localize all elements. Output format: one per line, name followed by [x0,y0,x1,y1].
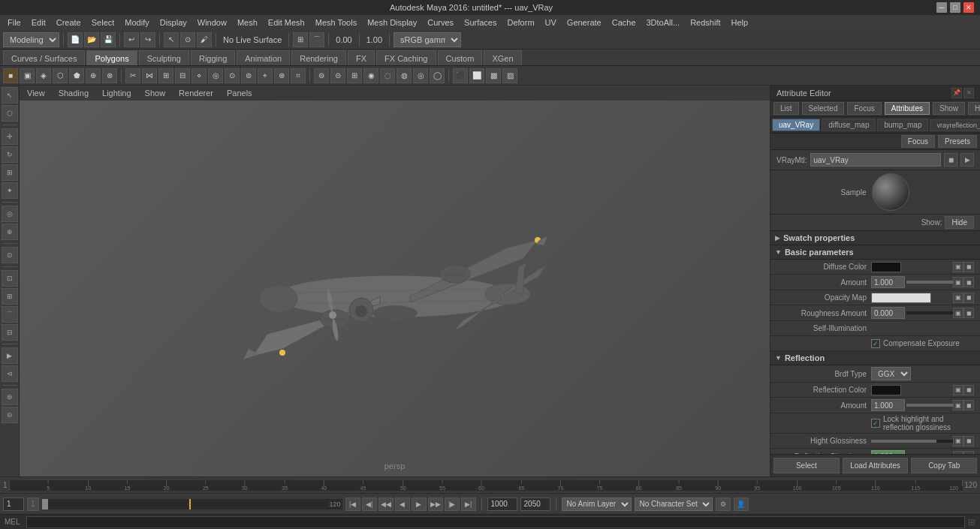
reflection-amount-extra[interactable]: ◼ [963,400,974,410]
poly-tool-6[interactable]: ⊕ [86,68,101,83]
menu-window[interactable]: Window [193,17,231,29]
menu-create[interactable]: Create [52,17,86,29]
tab-custom[interactable]: Custom [438,50,483,65]
poly-tool-23[interactable]: ◌ [380,68,395,83]
menu-deform[interactable]: Deform [502,17,538,29]
menu-display[interactable]: Display [155,17,191,29]
select-tool[interactable]: ↖ [164,32,179,47]
poly-tool-20[interactable]: ⊝ [330,68,345,83]
mat-tab-gloss[interactable]: vrayreflection_glossiness [930,119,980,131]
copy-tab-btn[interactable]: Copy Tab [911,458,977,473]
snap-grid[interactable]: ⊞ [293,32,308,47]
current-frame-input[interactable] [3,497,24,511]
poly-tool-26[interactable]: ◯ [430,68,445,83]
material-name-btn-2[interactable]: ▶ [960,153,974,167]
paint-tool[interactable]: 🖌 [197,32,212,47]
vp-menu-panels[interactable]: Panels [224,89,255,98]
poly-tool-13[interactable]: ◎ [208,68,223,83]
lock-highlight-checkbox[interactable] [871,419,880,428]
height-gloss-map[interactable]: ▣ [953,436,963,446]
diffuse-color-extra-btn[interactable]: ◼ [963,262,974,272]
attr-tab-list[interactable]: List [773,102,799,115]
rotate-tool-btn[interactable]: ↻ [2,146,18,163]
tab-animation[interactable]: Animation [237,50,290,65]
attr-close-button[interactable]: ✕ [963,88,974,98]
menu-uv[interactable]: UV [541,17,561,29]
poly-tool-24[interactable]: ◍ [397,68,412,83]
sculpt-tool[interactable]: ⊕ [2,224,18,240]
menu-cache[interactable]: Cache [608,17,641,29]
go-start-btn[interactable]: |◀ [345,497,360,511]
poly-tool-14[interactable]: ⊙ [225,68,240,83]
poly-tool-2[interactable]: ▣ [20,68,35,83]
amount-map-btn[interactable]: ▣ [953,277,963,287]
section-basic[interactable]: ▼ Basic parameters [770,245,980,260]
hide-button[interactable]: Hide [945,216,974,229]
reflection-color-extra[interactable]: ◼ [963,385,974,395]
diffuse-color-map-btn[interactable]: ▣ [953,262,963,272]
opacity-color-swatch[interactable] [871,293,931,303]
menu-generate[interactable]: Generate [562,17,606,29]
menu-select[interactable]: Select [87,17,119,29]
menu-3dto[interactable]: 3DtoAll... [642,17,685,29]
menu-redshift[interactable]: Redshift [686,17,725,29]
snap-view[interactable]: ⊟ [2,324,18,341]
menu-modify[interactable]: Modify [120,17,153,29]
poly-tool-30[interactable]: ▨ [502,68,517,83]
attr-tab-attributes[interactable]: Attributes [885,102,930,115]
new-button[interactable]: 📄 [68,32,83,47]
attr-tab-selected[interactable]: Selected [802,102,845,115]
snap-curve[interactable]: ⌒ [309,32,324,47]
lasso-tool[interactable]: ⊙ [180,32,195,47]
tab-fx[interactable]: FX [348,50,375,65]
vp-menu-show[interactable]: Show [142,89,169,98]
poly-tool-18[interactable]: ⌗ [291,68,306,83]
attr-tab-show[interactable]: Show [933,102,965,115]
next-frame-btn[interactable]: |▶ [445,497,460,511]
poly-tool-21[interactable]: ⊞ [347,68,362,83]
poly-tool-8[interactable]: ✂ [125,68,140,83]
poly-tool-17[interactable]: ⊛ [274,68,289,83]
tab-xgen[interactable]: XGen [484,50,521,65]
amount-input[interactable] [871,276,905,288]
poly-tool-3[interactable]: ◈ [36,68,51,83]
material-name-btn-1[interactable]: ◼ [944,153,957,167]
poly-tool-29[interactable]: ▩ [486,68,501,83]
poly-tool-22[interactable]: ◉ [363,68,378,83]
compensate-checkbox[interactable] [871,339,880,348]
menu-mesh-tools[interactable]: Mesh Tools [311,17,361,29]
reflection-color-swatch[interactable] [871,385,901,395]
prev-frame-btn[interactable]: ◀| [362,497,377,511]
vp-menu-renderer[interactable]: Renderer [176,89,216,98]
snap-grid-btn[interactable]: ⊞ [2,288,18,305]
tab-rendering[interactable]: Rendering [291,50,346,65]
poly-tool-15[interactable]: ⊚ [241,68,256,83]
maximize-button[interactable]: □ [950,2,960,13]
menu-curves[interactable]: Curves [423,17,458,29]
ipr-btn[interactable]: ⊲ [2,365,18,382]
presets-button[interactable]: Presets [938,135,977,148]
paint-select-btn[interactable]: ⬡ [2,105,18,122]
poly-tool-1[interactable]: ■ [3,68,18,83]
minimize-button[interactable]: ─ [936,2,947,13]
render-btn[interactable]: ▶ [2,347,18,364]
save-button[interactable]: 💾 [101,32,116,47]
tab-curves-surfaces[interactable]: Curves / Surfaces [3,50,85,65]
poly-tool-27[interactable]: ⬛ [453,68,468,83]
menu-edit-mesh[interactable]: Edit Mesh [264,17,309,29]
color-profile-select[interactable]: sRGB gamma [394,32,461,47]
sample-sphere[interactable] [872,173,909,211]
opacity-extra-btn[interactable]: ◼ [963,293,974,303]
select-action-btn[interactable]: Select [773,458,840,473]
menu-help[interactable]: Help [727,17,753,29]
attr-pin-button[interactable]: 📌 [951,88,962,98]
fps-start-input[interactable] [487,497,517,511]
playhead-thumb[interactable] [42,499,48,509]
fps-end-input[interactable] [520,497,550,511]
mel-input[interactable] [26,516,965,528]
go-end-btn[interactable]: ▶| [461,497,476,511]
reflection-amount-slider[interactable] [906,404,953,407]
section-reflection[interactable]: ▼ Reflection [770,351,980,365]
roughness-slider[interactable] [906,311,953,314]
vp-menu-view[interactable]: View [24,89,48,98]
